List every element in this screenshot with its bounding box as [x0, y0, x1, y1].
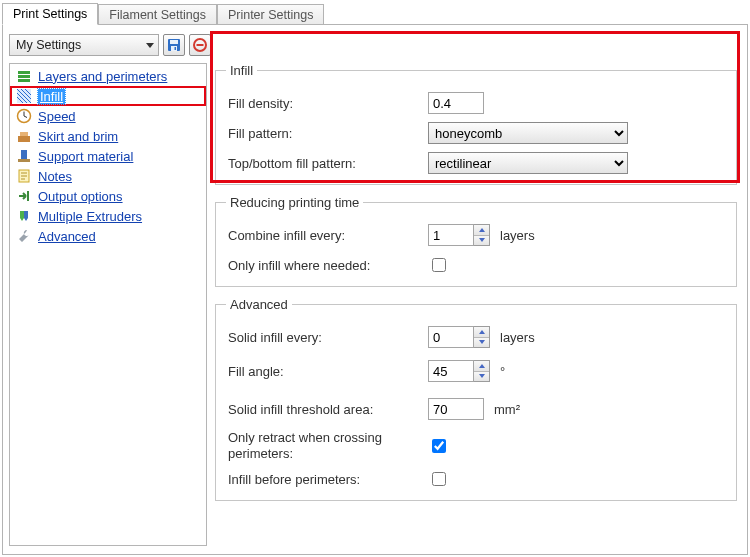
- sidebar-item-label: Output options: [38, 189, 123, 204]
- solid-infill-threshold-area-label: Solid infill threshold area:: [228, 402, 428, 417]
- only-retract-crossing-perimeters-label: Only retract when crossing perimeters:: [228, 430, 428, 463]
- tab-printer-settings[interactable]: Printer Settings: [217, 4, 324, 25]
- tab-bar: Print Settings Filament Settings Printer…: [0, 0, 750, 24]
- notes-icon: [16, 168, 32, 184]
- sidebar-item-label: Layers and perimeters: [38, 69, 167, 84]
- infill-icon: [16, 88, 32, 104]
- svg-rect-14: [20, 132, 28, 136]
- extruders-icon: [16, 208, 32, 224]
- tab-print-settings[interactable]: Print Settings: [2, 3, 98, 25]
- sidebar-item-label: Skirt and brim: [38, 129, 118, 144]
- sidebar-item-output-options[interactable]: Output options: [10, 186, 206, 206]
- sidebar-item-label: Speed: [38, 109, 76, 124]
- top-bottom-fill-pattern-label: Top/bottom fill pattern:: [228, 156, 428, 171]
- clock-icon: [16, 108, 32, 124]
- delete-circle-icon: [193, 38, 207, 52]
- solid-infill-threshold-area-input[interactable]: [428, 398, 484, 420]
- chevron-down-icon[interactable]: [474, 338, 489, 348]
- sidebar-item-multiple-extruders[interactable]: Multiple Extruders: [10, 206, 206, 226]
- sidebar-item-speed[interactable]: Speed: [10, 106, 206, 126]
- group-infill-legend: Infill: [226, 63, 257, 78]
- chevron-down-icon[interactable]: [474, 372, 489, 382]
- svg-rect-16: [21, 150, 27, 159]
- svg-rect-1: [170, 40, 178, 44]
- wrench-icon: [16, 228, 32, 244]
- combine-infill-every-unit: layers: [500, 228, 535, 243]
- sidebar-item-infill[interactable]: Infill: [10, 86, 206, 106]
- top-bottom-fill-pattern-select[interactable]: rectilinear: [428, 152, 628, 174]
- group-advanced: Advanced Solid infill every: la: [215, 297, 737, 501]
- group-reducing-legend: Reducing printing time: [226, 195, 363, 210]
- delete-preset-button[interactable]: [189, 34, 211, 56]
- sidebar-item-notes[interactable]: Notes: [10, 166, 206, 186]
- chevron-up-icon[interactable]: [474, 327, 489, 338]
- svg-rect-3: [175, 47, 177, 50]
- group-infill: Infill Fill density: Fill pattern: honey…: [215, 63, 737, 185]
- only-retract-crossing-perimeters-checkbox[interactable]: [432, 439, 446, 453]
- chevron-down-icon: [146, 43, 154, 48]
- fill-density-input[interactable]: [428, 92, 484, 114]
- skirt-icon: [16, 128, 32, 144]
- sidebar-item-label: Notes: [38, 169, 72, 184]
- sidebar-item-skirt-brim[interactable]: Skirt and brim: [10, 126, 206, 146]
- tab-filament-settings[interactable]: Filament Settings: [98, 4, 217, 25]
- fill-pattern-label: Fill pattern:: [228, 126, 428, 141]
- group-reducing-printing-time: Reducing printing time Combine infill ev…: [215, 195, 737, 287]
- svg-rect-6: [18, 71, 30, 74]
- infill-before-perimeters-label: Infill before perimeters:: [228, 472, 428, 487]
- group-advanced-legend: Advanced: [226, 297, 292, 312]
- solid-infill-every-label: Solid infill every:: [228, 330, 428, 345]
- infill-before-perimeters-checkbox[interactable]: [432, 472, 446, 486]
- svg-rect-2: [171, 46, 177, 51]
- sidebar-item-label: Infill: [38, 89, 65, 104]
- solid-infill-every-unit: layers: [500, 330, 535, 345]
- solid-infill-threshold-area-unit: mm²: [494, 402, 520, 417]
- sidebar-item-label: Advanced: [38, 229, 96, 244]
- svg-rect-13: [18, 136, 30, 142]
- fill-angle-spinner[interactable]: [474, 360, 490, 382]
- sidebar-item-label: Support material: [38, 149, 133, 164]
- svg-rect-7: [18, 75, 30, 78]
- fill-pattern-select[interactable]: honeycomb: [428, 122, 628, 144]
- save-icon: [167, 38, 181, 52]
- fill-density-label: Fill density:: [228, 96, 428, 111]
- svg-rect-21: [27, 191, 29, 201]
- preset-select[interactable]: My Settings: [9, 34, 159, 56]
- preset-select-label: My Settings: [16, 38, 81, 52]
- sidebar-item-label: Multiple Extruders: [38, 209, 142, 224]
- save-preset-button[interactable]: [163, 34, 185, 56]
- combine-infill-every-label: Combine infill every:: [228, 228, 428, 243]
- sidebar-item-layers-perimeters[interactable]: Layers and perimeters: [10, 66, 206, 86]
- sidebar-item-advanced[interactable]: Advanced: [10, 226, 206, 246]
- chevron-up-icon[interactable]: [474, 361, 489, 372]
- chevron-up-icon[interactable]: [474, 225, 489, 236]
- sidebar-item-support-material[interactable]: Support material: [10, 146, 206, 166]
- fill-angle-input[interactable]: [428, 360, 474, 382]
- settings-content: Infill Fill density: Fill pattern: honey…: [207, 63, 741, 546]
- print-settings-pane: My Settings: [2, 24, 748, 555]
- solid-infill-every-input[interactable]: [428, 326, 474, 348]
- fill-angle-label: Fill angle:: [228, 364, 428, 379]
- layers-icon: [16, 68, 32, 84]
- fill-angle-unit: °: [500, 364, 505, 379]
- svg-rect-8: [18, 79, 30, 82]
- combine-infill-every-input[interactable]: [428, 224, 474, 246]
- output-icon: [16, 188, 32, 204]
- combine-infill-every-spinner[interactable]: [474, 224, 490, 246]
- sidebar: Layers and perimeters Infill Sp: [9, 63, 207, 546]
- chevron-down-icon[interactable]: [474, 236, 489, 246]
- svg-rect-15: [18, 159, 30, 162]
- only-infill-where-needed-checkbox[interactable]: [432, 258, 446, 272]
- support-icon: [16, 148, 32, 164]
- only-infill-where-needed-label: Only infill where needed:: [228, 258, 428, 273]
- solid-infill-every-spinner[interactable]: [474, 326, 490, 348]
